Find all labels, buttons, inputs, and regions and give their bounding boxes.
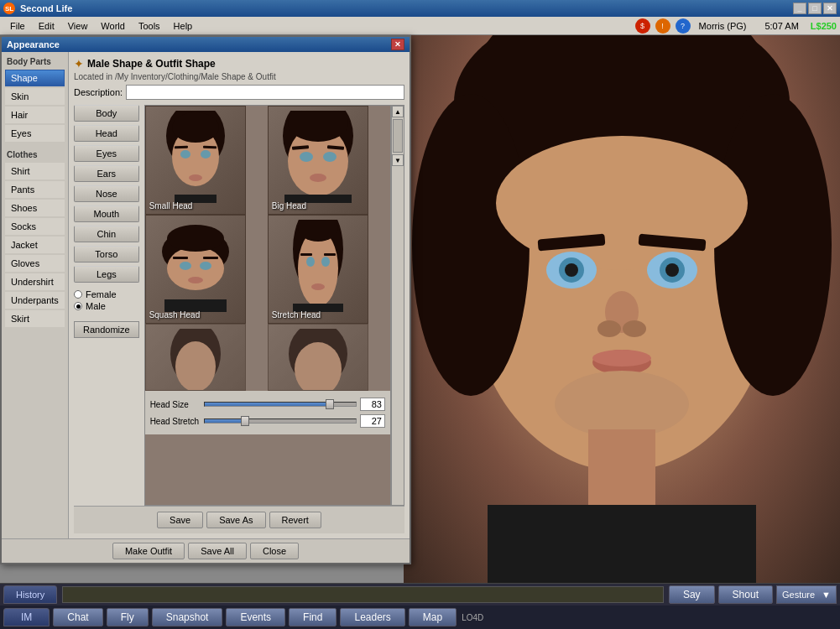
- balance-label: L$250: [811, 21, 837, 31]
- svg-point-3: [412, 94, 530, 396]
- sidebar-divider: [5, 143, 65, 150]
- minimize-button[interactable]: _: [793, 3, 806, 14]
- history-input[interactable]: [62, 586, 664, 603]
- preview-scrollbar[interactable]: ▲ ▼: [391, 105, 404, 506]
- svg-point-11: [665, 263, 679, 277]
- morph-btn-mouth[interactable]: Mouth: [74, 205, 139, 222]
- small-head-svg: [158, 111, 233, 203]
- morph-section: Body Head Eyes Ears Nose Mouth Chin Tors…: [74, 105, 404, 506]
- chat-tab[interactable]: Chat: [53, 608, 102, 626]
- menu-help[interactable]: Help: [167, 19, 200, 33]
- svg-point-56: [311, 283, 325, 290]
- close-button[interactable]: Close: [250, 543, 299, 559]
- menu-world[interactable]: World: [94, 19, 132, 33]
- gesture-dropdown[interactable]: Gesture ▼: [776, 585, 837, 604]
- make-outfit-button[interactable]: Make Outfit: [112, 543, 185, 559]
- save-all-button[interactable]: Save All: [188, 543, 247, 559]
- menu-tools[interactable]: Tools: [132, 19, 167, 33]
- svg-point-35: [323, 152, 337, 162]
- notification-icon: !: [655, 18, 670, 34]
- morph-btn-legs[interactable]: Legs: [74, 266, 139, 283]
- maximize-button[interactable]: □: [808, 3, 822, 14]
- username-label: Morris (PG): [699, 21, 747, 31]
- morph-btn-chin[interactable]: Chin: [74, 226, 139, 242]
- morph-btn-head[interactable]: Head: [74, 125, 139, 142]
- sidebar-item-shoes[interactable]: Shoes: [5, 200, 65, 216]
- close-button[interactable]: ✕: [823, 3, 837, 14]
- gender-male-radio[interactable]: [74, 302, 82, 310]
- morph-btn-eyes[interactable]: Eyes: [74, 145, 139, 162]
- head-stretch-value: 27: [360, 414, 385, 428]
- sidebar-item-shape[interactable]: Shape: [5, 70, 65, 86]
- leaders-button[interactable]: Leaders: [340, 608, 404, 626]
- say-button[interactable]: Say: [669, 585, 715, 604]
- sidebar-item-skin[interactable]: Skin: [5, 88, 65, 105]
- morph-btn-body[interactable]: Body: [74, 105, 139, 122]
- gender-female-radio[interactable]: [74, 290, 82, 299]
- menu-view[interactable]: View: [61, 19, 95, 33]
- menu-edit[interactable]: Edit: [32, 19, 61, 33]
- svg-point-52: [306, 257, 315, 267]
- head-stretch-thumb[interactable]: [241, 416, 249, 426]
- menu-file[interactable]: File: [3, 19, 32, 33]
- morph-btn-ears[interactable]: Ears: [74, 165, 139, 182]
- sidebar-item-gloves[interactable]: Gloves: [5, 255, 65, 272]
- head-stretch-track[interactable]: [204, 418, 357, 424]
- save-button[interactable]: Save: [157, 512, 203, 528]
- menu-bar: File Edit View World Tools Help $ ! ? Mo…: [0, 17, 840, 35]
- shape-icon: ✦: [74, 57, 84, 70]
- im-tab[interactable]: IM: [3, 608, 50, 626]
- scroll-up-arrow[interactable]: ▲: [392, 106, 404, 117]
- preview-extra-2[interactable]: [268, 324, 368, 391]
- sidebar-item-pants[interactable]: Pants: [5, 181, 65, 198]
- gesture-label: Gesture: [782, 590, 815, 600]
- head-size-track[interactable]: [204, 402, 357, 407]
- history-tab[interactable]: History: [3, 585, 57, 604]
- gender-male-label: Male: [86, 301, 106, 311]
- randomize-button[interactable]: Randomize: [74, 321, 139, 338]
- preview-small-head[interactable]: Small Head: [145, 106, 246, 215]
- shape-title: Male Shape & Outfit Shape: [87, 58, 216, 70]
- morph-btn-nose[interactable]: Nose: [74, 185, 139, 202]
- shout-button[interactable]: Shout: [718, 585, 773, 604]
- svg-point-53: [321, 257, 330, 267]
- sidebar-item-socks[interactable]: Socks: [5, 218, 65, 235]
- sidebar-item-eyes[interactable]: Eyes: [5, 125, 65, 142]
- map-button[interactable]: Map: [409, 608, 457, 626]
- sidebar-item-undershirt[interactable]: Undershirt: [5, 273, 65, 290]
- preview-big-head[interactable]: Big Head: [268, 106, 368, 215]
- big-head-svg: [280, 111, 356, 203]
- stretch-head-svg: [280, 220, 356, 312]
- svg-rect-54: [300, 253, 312, 256]
- preview-extra-1[interactable]: [145, 324, 246, 391]
- preview-scroll-container: Small Head: [144, 105, 404, 506]
- description-input[interactable]: [126, 85, 404, 100]
- preview-extra-1-svg: [158, 329, 233, 391]
- preview-stretch-head[interactable]: Stretch Head: [268, 215, 368, 324]
- preview-squash-head[interactable]: Squash Head: [145, 215, 246, 324]
- svg-rect-45: [173, 257, 188, 259]
- svg-rect-21: [488, 505, 756, 583]
- find-button[interactable]: Find: [289, 608, 337, 626]
- head-size-thumb[interactable]: [326, 399, 334, 409]
- avatar-render: [404, 35, 840, 583]
- snapshot-button[interactable]: Snapshot: [152, 608, 223, 626]
- sidebar-item-underpants[interactable]: Underpants: [5, 292, 65, 309]
- shape-header: ✦ Male Shape & Outfit Shape Located in /…: [74, 57, 404, 100]
- morph-btn-torso[interactable]: Torso: [74, 246, 139, 263]
- preview-big-head-label: Big Head: [272, 201, 306, 211]
- scroll-thumb[interactable]: [393, 119, 403, 153]
- save-as-button[interactable]: Save As: [206, 512, 265, 528]
- sidebar-item-jacket[interactable]: Jacket: [5, 237, 65, 253]
- revert-button[interactable]: Revert: [269, 512, 321, 528]
- svg-point-26: [201, 150, 211, 159]
- appearance-close-button[interactable]: ✕: [391, 39, 404, 50]
- gesture-arrow: ▼: [822, 590, 831, 600]
- sidebar-item-skirt[interactable]: Skirt: [5, 310, 65, 327]
- fly-button[interactable]: Fly: [107, 608, 149, 626]
- sidebar-item-hair[interactable]: Hair: [5, 107, 65, 123]
- scroll-down-arrow[interactable]: ▼: [392, 154, 404, 166]
- svg-point-4: [714, 94, 832, 396]
- events-button[interactable]: Events: [226, 608, 285, 626]
- sidebar-item-shirt[interactable]: Shirt: [5, 163, 65, 179]
